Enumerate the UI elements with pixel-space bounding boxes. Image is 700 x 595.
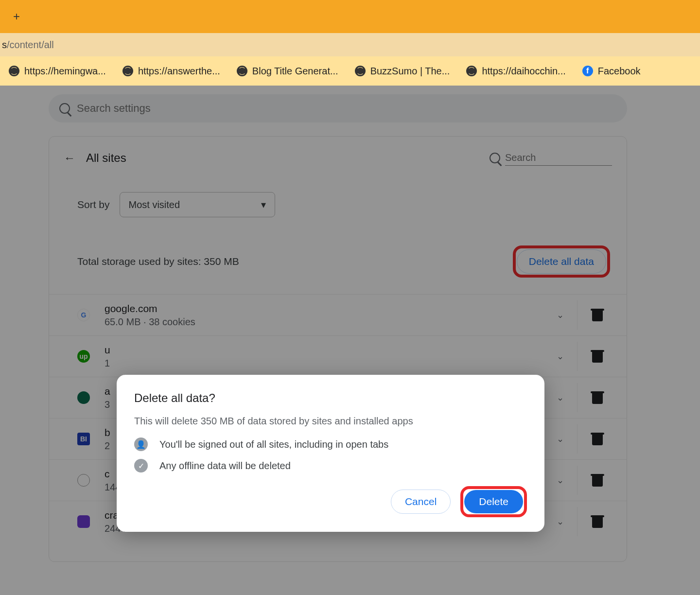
bookmark-item[interactable]: https://daihocchin... bbox=[466, 66, 565, 77]
address-path-head: s bbox=[2, 39, 7, 51]
delete-confirm-button[interactable]: Delete bbox=[464, 490, 523, 513]
delete-all-dialog: Delete all data? This will delete 350 MB… bbox=[117, 375, 544, 532]
globe-icon bbox=[9, 66, 19, 76]
cancel-button[interactable]: Cancel bbox=[391, 490, 451, 514]
dialog-bullet: You'll be signed out of all sites, inclu… bbox=[159, 439, 388, 450]
highlight-delete-confirm: Delete bbox=[460, 486, 527, 517]
globe-icon bbox=[466, 66, 477, 76]
globe-icon bbox=[122, 66, 133, 76]
tab-strip: + bbox=[0, 0, 700, 33]
bookmark-item[interactable]: Blog Title Generat... bbox=[237, 66, 338, 77]
check-icon: ✓ bbox=[134, 459, 148, 472]
bookmarks-bar: https://hemingwa... https://answerthe...… bbox=[0, 56, 700, 86]
new-tab-button[interactable]: + bbox=[10, 10, 23, 23]
dialog-bullet: Any offline data will be deleted bbox=[159, 460, 291, 472]
dialog-title: Delete all data? bbox=[134, 391, 527, 405]
person-icon: 👤 bbox=[134, 438, 148, 451]
globe-icon bbox=[355, 66, 366, 76]
address-path-tail: /content/all bbox=[7, 39, 54, 51]
facebook-icon: f bbox=[582, 66, 593, 76]
globe-icon bbox=[237, 66, 247, 76]
bookmark-item[interactable]: https://hemingwa... bbox=[9, 66, 106, 77]
bookmark-item[interactable]: fFacebook bbox=[582, 66, 641, 77]
dialog-description: This will delete 350 MB of data stored b… bbox=[134, 416, 527, 427]
address-bar[interactable]: s/content/all bbox=[0, 33, 700, 56]
content-area: ← All sites Sort by Most visited ▾ Total… bbox=[0, 86, 700, 595]
bookmark-item[interactable]: BuzzSumo | The... bbox=[355, 66, 450, 77]
bookmark-item[interactable]: https://answerthe... bbox=[122, 66, 220, 77]
